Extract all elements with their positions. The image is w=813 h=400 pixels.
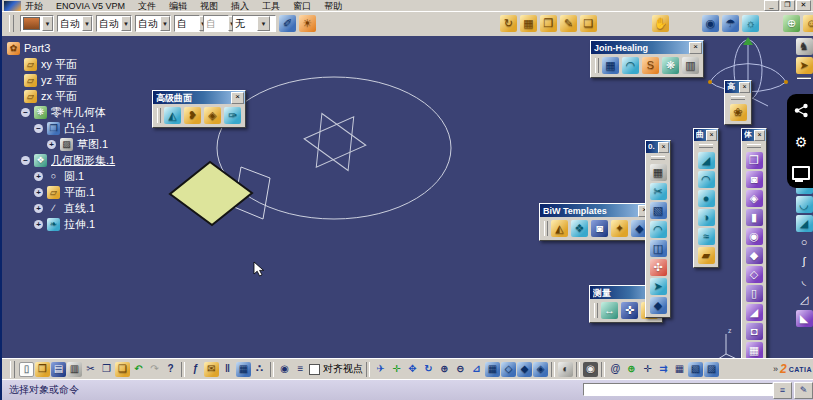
join-icon[interactable]: ▦ bbox=[602, 57, 619, 74]
pan-icon[interactable]: ✥ bbox=[405, 362, 420, 377]
spline-icon[interactable]: ∫ bbox=[796, 253, 813, 270]
toolbar-titlebar[interactable]: 高 × bbox=[725, 81, 751, 93]
scaling-icon[interactable]: ◆ bbox=[650, 297, 667, 314]
paste-icon[interactable]: ❏ bbox=[115, 362, 130, 377]
biw-junction-icon[interactable]: ◭ bbox=[551, 220, 568, 237]
parasol-icon[interactable]: ☂ bbox=[722, 15, 739, 32]
catalog-icon[interactable]: ❒ bbox=[540, 15, 557, 32]
rotate-icon[interactable]: ↻ bbox=[421, 362, 436, 377]
boundary-icon[interactable]: ◠ bbox=[650, 221, 667, 238]
menu-item[interactable]: 工具 bbox=[262, 1, 280, 11]
freestyle-surface-icon[interactable]: ◣ bbox=[796, 310, 813, 327]
iso-view-icon[interactable]: ◇ bbox=[501, 362, 516, 377]
close-icon[interactable]: × bbox=[689, 42, 702, 54]
volume-pattern-icon[interactable]: ▦ bbox=[746, 342, 763, 358]
chevron-down-icon[interactable]: ▼ bbox=[42, 16, 53, 31]
shaded-view-icon[interactable]: ◆ bbox=[517, 362, 532, 377]
camera-icon[interactable]: ◉ bbox=[277, 362, 292, 377]
lamp-icon[interactable]: ☼ bbox=[742, 15, 759, 32]
update-icon[interactable]: ↻ bbox=[500, 15, 517, 32]
split-icon[interactable]: ✂ bbox=[650, 183, 667, 200]
app-icon[interactable] bbox=[4, 1, 21, 11]
toolbar-grip[interactable] bbox=[594, 303, 598, 318]
color-wizard-icon[interactable]: ☀ bbox=[299, 15, 316, 32]
painter-icon[interactable]: ✐ bbox=[279, 15, 296, 32]
align-viewpoint-option[interactable]: 对齐视点 bbox=[309, 362, 363, 376]
fill-color-dropdown[interactable]: ▼ bbox=[20, 15, 54, 32]
biw-hole-icon[interactable]: ◙ bbox=[591, 220, 608, 237]
close-icon[interactable]: × bbox=[231, 92, 244, 104]
comment-icon[interactable]: ✉ bbox=[204, 362, 219, 377]
toolbar-grip[interactable] bbox=[157, 108, 161, 123]
new-file-icon[interactable]: ▯ bbox=[19, 362, 34, 377]
fly-icon[interactable]: ✈ bbox=[373, 362, 388, 377]
tree-item[interactable]: ▱yz 平面 bbox=[4, 72, 116, 88]
toolbar-grip[interactable] bbox=[731, 96, 745, 100]
advanced-dress-up-icon[interactable]: ❀ bbox=[730, 104, 747, 121]
minimize-icon[interactable]: _ bbox=[764, 0, 779, 11]
collapse-icon[interactable]: − bbox=[21, 156, 30, 165]
toolbar-titlebar[interactable]: Join-Healing × bbox=[591, 41, 703, 54]
save-icon[interactable]: ▤ bbox=[51, 362, 66, 377]
work-grid-icon[interactable]: ▦ bbox=[520, 15, 537, 32]
context-help-icon[interactable]: ? bbox=[163, 362, 178, 377]
display-monitor-icon[interactable] bbox=[792, 166, 810, 180]
hand-grab-icon[interactable]: ✋ bbox=[652, 15, 669, 32]
copy-icon[interactable]: ❐ bbox=[99, 362, 114, 377]
wrap-surface-icon[interactable]: ◈ bbox=[204, 107, 221, 124]
power-input-field[interactable] bbox=[583, 383, 773, 396]
toolbar-grip[interactable] bbox=[544, 221, 548, 236]
hexagram-sketch[interactable] bbox=[301, 112, 368, 172]
side-view-icon[interactable]: ▨ bbox=[704, 362, 719, 377]
menu-item[interactable]: 窗口 bbox=[293, 1, 311, 11]
close-surface-icon[interactable]: ◙ bbox=[746, 171, 763, 188]
chevron-down-icon[interactable]: ▼ bbox=[257, 16, 270, 31]
zoom-in-icon[interactable]: ⊕ bbox=[437, 362, 452, 377]
measure-between-icon[interactable]: ↔ bbox=[601, 302, 618, 319]
undo-icon[interactable]: ↶ bbox=[131, 362, 146, 377]
offset-surface-icon[interactable]: ◑ bbox=[698, 209, 715, 226]
print-icon[interactable]: ▥ bbox=[67, 362, 82, 377]
spiral-icon[interactable]: @ bbox=[608, 362, 623, 377]
graphic-property-dropdown[interactable]: 无▼ bbox=[232, 15, 276, 32]
grid-icon[interactable]: ▦ bbox=[672, 362, 687, 377]
chevron-down-icon[interactable]: ▼ bbox=[82, 16, 92, 31]
menu-item[interactable]: 视图 bbox=[200, 1, 218, 11]
restore-icon[interactable]: ❐ bbox=[780, 0, 795, 11]
check-icon[interactable]: ‖ bbox=[220, 362, 235, 377]
tree-item[interactable]: ▱xy 平面 bbox=[4, 56, 116, 72]
extruded-surface[interactable] bbox=[170, 162, 252, 225]
toolbar-grip[interactable] bbox=[651, 156, 665, 160]
offset-surface-icon[interactable]: ◢ bbox=[796, 215, 813, 232]
tree-item[interactable]: +▨草图.1 bbox=[4, 136, 116, 152]
wrap-curve-icon[interactable]: ❥ bbox=[184, 107, 201, 124]
settings-gear-icon[interactable]: ⚙ bbox=[795, 135, 808, 149]
viewport[interactable]: z x y ✿ Part3 ▱xy 平面▱yz 平面▱zx 平面−❋零件几何体−… bbox=[2, 36, 813, 358]
graphic-property-dropdown[interactable]: 自动▼ bbox=[57, 15, 93, 32]
tree-item[interactable]: −❖几何图形集.1 bbox=[4, 152, 116, 168]
command-list-icon[interactable]: ≡ bbox=[773, 382, 792, 399]
formula-icon[interactable]: ƒ bbox=[188, 362, 203, 377]
close-icon[interactable]: × bbox=[658, 142, 669, 153]
graphic-property-dropdown[interactable]: 自动▼ bbox=[135, 15, 171, 32]
render-tools-icon[interactable]: ♞ bbox=[796, 38, 813, 55]
avatar-icon[interactable]: ☺ bbox=[803, 15, 813, 32]
checkbox[interactable] bbox=[309, 364, 320, 375]
tree-root[interactable]: ✿ Part3 bbox=[4, 40, 116, 56]
toolbar-grip[interactable] bbox=[699, 144, 713, 148]
cut-icon[interactable]: ✂ bbox=[83, 362, 98, 377]
expand-icon[interactable]: + bbox=[34, 220, 43, 229]
volume-draft-icon[interactable]: ◢ bbox=[746, 304, 763, 321]
expand-icon[interactable]: + bbox=[34, 204, 43, 213]
expand-icon[interactable]: + bbox=[34, 188, 43, 197]
toolbar-overflow-chevron[interactable]: » bbox=[773, 364, 778, 374]
thick-surface-icon[interactable]: ❒ bbox=[746, 152, 763, 169]
measure-item-icon[interactable]: ✜ bbox=[621, 302, 638, 319]
expand-icon[interactable]: + bbox=[47, 140, 56, 149]
sweep-surface-icon[interactable]: ≈ bbox=[698, 228, 715, 245]
volume-boolean-icon[interactable]: ◘ bbox=[746, 323, 763, 340]
healing-icon[interactable]: ◠ bbox=[622, 57, 639, 74]
biw-mastic-icon[interactable]: ✦ bbox=[611, 220, 628, 237]
spheres-icon[interactable]: ◉ bbox=[702, 15, 719, 32]
front-view-icon[interactable]: ▧ bbox=[688, 362, 703, 377]
